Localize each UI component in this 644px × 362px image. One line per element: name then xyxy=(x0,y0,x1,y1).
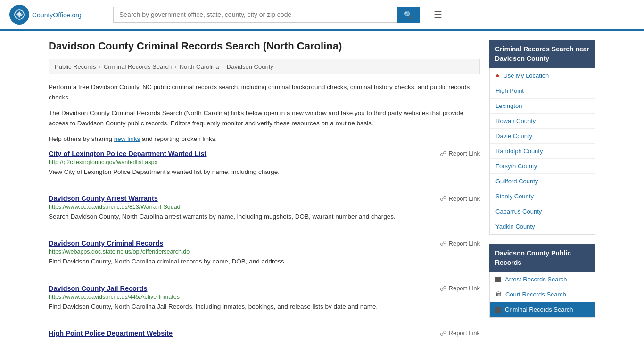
public-records-link[interactable]: Criminal Records Search xyxy=(490,302,595,317)
nearby-section: Criminal Records Search near Davidson Co… xyxy=(489,40,595,235)
site-header: CountyOffice.org 🔍 ☰ xyxy=(0,0,644,31)
report-link-text: Report Link xyxy=(449,329,480,337)
nearby-list-item: Stanly County xyxy=(490,189,595,204)
desc-para3-before: Help others by sharing xyxy=(49,135,114,142)
report-link-text: Report Link xyxy=(449,150,480,157)
breadcrumb-criminal-records-search[interactable]: Criminal Records Search xyxy=(104,63,172,70)
result-title-row: Davidson County Criminal Records ☍ Repor… xyxy=(49,239,480,247)
public-records-section: Davidson County Public Records Arrest Re… xyxy=(489,244,595,318)
result-title-row: Davidson County Arrest Warrants ☍ Report… xyxy=(49,195,480,202)
description-para2: The Davidson County Criminal Records Sea… xyxy=(49,108,480,128)
logo-suffix: .org xyxy=(70,11,82,19)
breadcrumb-north-carolina[interactable]: North Carolina xyxy=(180,63,219,70)
result-url[interactable]: http://p2c.lexingtonnc.gov/wantedlist.as… xyxy=(49,159,480,165)
nearby-item-link[interactable]: High Point xyxy=(490,83,595,99)
nearby-item-link[interactable]: Forsyth County xyxy=(490,159,595,174)
breadcrumb: Public Records › Criminal Records Search… xyxy=(49,59,480,74)
result-desc: Find Davidson County, North Carolina cri… xyxy=(49,257,480,266)
nearby-item-link[interactable]: Guilford County xyxy=(490,174,595,189)
nearby-list-item: Yadkin County xyxy=(490,219,595,234)
desc-para3-after: and reporting broken links. xyxy=(140,135,217,142)
description-para1: Perform a free Davidson County, NC publi… xyxy=(49,82,480,102)
result-title-link[interactable]: Davidson County Jail Records xyxy=(49,285,148,292)
nearby-list-item: High Point xyxy=(490,83,595,99)
nearby-list-item: Lexington xyxy=(490,99,595,114)
result-desc: View City of Lexington Police Department… xyxy=(49,167,480,177)
nearby-list: ●Use My LocationHigh PointLexingtonRowan… xyxy=(489,68,595,235)
logo-main-text: CountyOffice xyxy=(32,11,70,19)
result-title-row: High Point Police Department Website ☍ R… xyxy=(49,329,480,337)
nearby-list-item: Randolph County xyxy=(490,144,595,159)
nearby-item-link[interactable]: Yadkin County xyxy=(490,219,595,234)
result-title-row: Davidson County Jail Records ☍ Report Li… xyxy=(49,285,480,292)
breadcrumb-public-records[interactable]: Public Records xyxy=(55,63,96,70)
search-button[interactable]: 🔍 xyxy=(397,7,420,23)
public-records-list-item: 🏛Court Records Search xyxy=(490,287,595,302)
menu-button[interactable]: ☰ xyxy=(434,9,442,20)
nearby-item-link[interactable]: Randolph County xyxy=(490,144,595,159)
logo-icon xyxy=(9,5,29,25)
result-item: Davidson County Criminal Records ☍ Repor… xyxy=(49,239,480,274)
nearby-item-link[interactable]: Stanly County xyxy=(490,189,595,204)
result-url[interactable]: https://www.co.davidson.nc.us/813/Warran… xyxy=(49,204,480,210)
result-title-link[interactable]: High Point Police Department Website xyxy=(49,329,173,337)
result-item: High Point Police Department Website ☍ R… xyxy=(49,329,480,346)
result-title-link[interactable]: Davidson County Arrest Warrants xyxy=(49,195,158,202)
report-link[interactable]: ☍ Report Link xyxy=(440,285,480,292)
report-link-text: Report Link xyxy=(449,195,480,202)
result-desc: Search Davidson County, North Carolina a… xyxy=(49,212,480,222)
location-icon: ● xyxy=(495,72,499,79)
nearby-list-item: Davie County xyxy=(490,129,595,144)
breadcrumb-sep-2: › xyxy=(174,63,176,70)
report-link[interactable]: ☍ Report Link xyxy=(440,195,480,202)
public-records-header: Davidson County Public Records xyxy=(489,244,595,272)
square-icon xyxy=(495,277,501,282)
nearby-item-link[interactable]: Davie County xyxy=(490,129,595,144)
breadcrumb-current: Davidson County xyxy=(227,63,273,70)
page-title: Davidson County Criminal Records Search … xyxy=(49,40,480,52)
public-records-link[interactable]: Arrest Records Search xyxy=(490,272,595,287)
result-title-link[interactable]: City of Lexington Police Department Want… xyxy=(49,150,206,157)
result-desc: Find Davidson County, North Carolina Jai… xyxy=(49,302,480,312)
description-para3: Help others by sharing new links and rep… xyxy=(49,134,480,144)
new-links-link[interactable]: new links xyxy=(114,135,140,142)
nearby-list-item: Rowan County xyxy=(490,114,595,129)
report-icon: ☍ xyxy=(440,195,446,202)
main-container: Davidson County Criminal Records Search … xyxy=(39,31,605,362)
nearby-item-link[interactable]: Rowan County xyxy=(490,114,595,129)
nearby-list-item: Guilford County xyxy=(490,174,595,189)
report-icon: ☍ xyxy=(440,329,446,337)
logo-text: CountyOffice.org xyxy=(32,10,82,20)
main-content: Davidson County Criminal Records Search … xyxy=(49,40,480,356)
breadcrumb-sep-1: › xyxy=(99,63,100,70)
nearby-item-link[interactable]: Lexington xyxy=(490,99,595,114)
public-records-list-item: Arrest Records Search xyxy=(490,272,595,287)
result-item: City of Lexington Police Department Want… xyxy=(49,150,480,184)
result-url[interactable]: https://webapps.doc.state.nc.us/opi/offe… xyxy=(49,248,480,255)
results-list: City of Lexington Police Department Want… xyxy=(49,150,480,346)
result-item: Davidson County Arrest Warrants ☍ Report… xyxy=(49,195,480,229)
search-input[interactable] xyxy=(113,7,397,23)
sidebar: Criminal Records Search near Davidson Co… xyxy=(489,40,595,356)
report-link[interactable]: ☍ Report Link xyxy=(440,150,480,157)
result-url[interactable]: https://www.co.davidson.nc.us/445/Active… xyxy=(49,294,480,300)
result-item: Davidson County Jail Records ☍ Report Li… xyxy=(49,285,480,319)
report-link[interactable]: ☍ Report Link xyxy=(440,329,480,337)
nearby-list-item: Forsyth County xyxy=(490,159,595,174)
report-link-text: Report Link xyxy=(449,285,480,292)
public-records-list: Arrest Records Search🏛Court Records Sear… xyxy=(489,272,595,318)
square-icon xyxy=(495,307,501,313)
report-link[interactable]: ☍ Report Link xyxy=(440,239,480,247)
site-logo[interactable]: CountyOffice.org xyxy=(9,5,104,25)
public-records-link[interactable]: 🏛Court Records Search xyxy=(490,287,595,302)
report-icon: ☍ xyxy=(440,150,446,157)
nearby-list-item: ●Use My Location xyxy=(490,68,595,83)
report-icon: ☍ xyxy=(440,239,446,247)
result-title-link[interactable]: Davidson County Criminal Records xyxy=(49,239,163,247)
breadcrumb-sep-3: › xyxy=(222,63,223,70)
report-icon: ☍ xyxy=(440,285,446,292)
nearby-header: Criminal Records Search near Davidson Co… xyxy=(489,40,595,68)
nearby-item-link[interactable]: Cabarrus County xyxy=(490,204,595,219)
nearby-list-item: Cabarrus County xyxy=(490,204,595,219)
use-location-link[interactable]: ●Use My Location xyxy=(490,68,595,83)
